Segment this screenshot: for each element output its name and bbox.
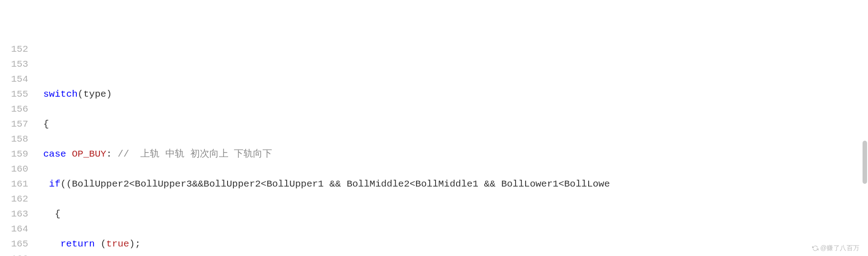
line-number: 165 [0, 236, 28, 251]
code-area[interactable]: switch(type) { case OP_BUY: // 上轨 中轨 初次向… [32, 42, 868, 256]
watermark-text: @赚了八百万 [820, 244, 860, 251]
line-number: 154 [0, 72, 28, 87]
code-line: switch(type) [32, 87, 868, 102]
code-line: { [32, 117, 868, 132]
code-line: if((BollUpper2<BollUpper3&&BollUpper2<Bo… [32, 177, 868, 192]
code-line: return (true); [32, 236, 868, 251]
line-number-gutter: 1521531541551561571581591601611621631641… [0, 42, 32, 256]
line-number: 157 [0, 117, 28, 132]
code-editor: 1521531541551561571581591601611621631641… [0, 42, 868, 256]
line-number: 152 [0, 42, 28, 57]
watermark: @赚了八百万 [808, 237, 860, 252]
line-number: 159 [0, 147, 28, 162]
vertical-scrollbar-thumb[interactable] [863, 141, 867, 184]
line-number: 153 [0, 57, 28, 72]
code-line: case OP_BUY: // 上轨 中轨 初次向上 下轨向下 [32, 147, 868, 162]
code-line: { [32, 207, 868, 222]
refresh-icon [812, 245, 818, 251]
line-number: 160 [0, 162, 28, 177]
line-number: 162 [0, 192, 28, 207]
line-number: 156 [0, 102, 28, 117]
line-number: 166 [0, 251, 28, 256]
code-line [32, 57, 868, 72]
line-number: 164 [0, 222, 28, 236]
line-number: 163 [0, 207, 28, 222]
line-number: 158 [0, 132, 28, 147]
line-number: 155 [0, 87, 28, 102]
line-number: 161 [0, 177, 28, 192]
